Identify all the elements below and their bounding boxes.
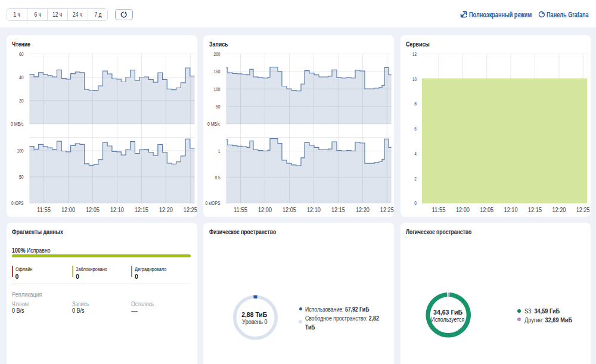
svg-text:0: 0	[414, 200, 417, 206]
svg-text:12:00: 12:00	[455, 206, 469, 213]
svg-text:12:10: 12:10	[504, 206, 517, 213]
svg-text:12:25: 12:25	[576, 206, 589, 213]
svg-text:12:05: 12:05	[85, 206, 99, 213]
svg-text:12: 12	[412, 50, 417, 57]
svg-text:4: 4	[414, 150, 417, 156]
svg-text:10: 10	[412, 75, 417, 82]
svg-text:11:55: 11:55	[432, 206, 445, 213]
svg-text:12:20: 12:20	[552, 206, 566, 213]
svg-text:11:55: 11:55	[234, 206, 247, 213]
svg-text:200: 200	[214, 50, 221, 57]
svg-text:12:05: 12:05	[283, 206, 296, 213]
svg-text:0.5: 0.5	[215, 173, 221, 180]
svg-text:12:20: 12:20	[159, 206, 172, 213]
svg-text:0 кIOPS: 0 кIOPS	[206, 200, 221, 206]
svg-text:0 МБ/с: 0 МБ/с	[11, 120, 24, 127]
svg-text:6: 6	[414, 125, 417, 132]
svg-text:12:10: 12:10	[110, 206, 123, 213]
svg-text:20: 20	[19, 97, 24, 104]
svg-text:12:15: 12:15	[134, 206, 148, 213]
svg-text:50: 50	[19, 173, 24, 180]
svg-text:12:25: 12:25	[380, 206, 394, 213]
svg-text:12:00: 12:00	[258, 206, 272, 213]
svg-text:50: 50	[216, 103, 221, 110]
svg-text:0 МБ/с: 0 МБ/с	[207, 120, 221, 127]
svg-text:12:05: 12:05	[480, 206, 493, 213]
svg-text:11:55: 11:55	[37, 206, 51, 213]
svg-text:1: 1	[218, 148, 221, 154]
svg-text:150: 150	[214, 68, 221, 74]
svg-text:12:00: 12:00	[61, 206, 75, 213]
svg-text:60: 60	[19, 50, 24, 57]
svg-text:100: 100	[17, 147, 23, 154]
svg-text:12:25: 12:25	[183, 206, 197, 213]
svg-text:8: 8	[414, 100, 417, 107]
svg-text:12:15: 12:15	[528, 206, 542, 213]
svg-text:2: 2	[414, 175, 417, 181]
svg-text:12:10: 12:10	[307, 206, 321, 213]
svg-text:12:15: 12:15	[331, 206, 345, 213]
svg-text:40: 40	[19, 74, 24, 80]
svg-text:100: 100	[214, 85, 221, 92]
svg-text:0 IOPS: 0 IOPS	[11, 200, 24, 206]
svg-text:12:20: 12:20	[356, 206, 370, 213]
